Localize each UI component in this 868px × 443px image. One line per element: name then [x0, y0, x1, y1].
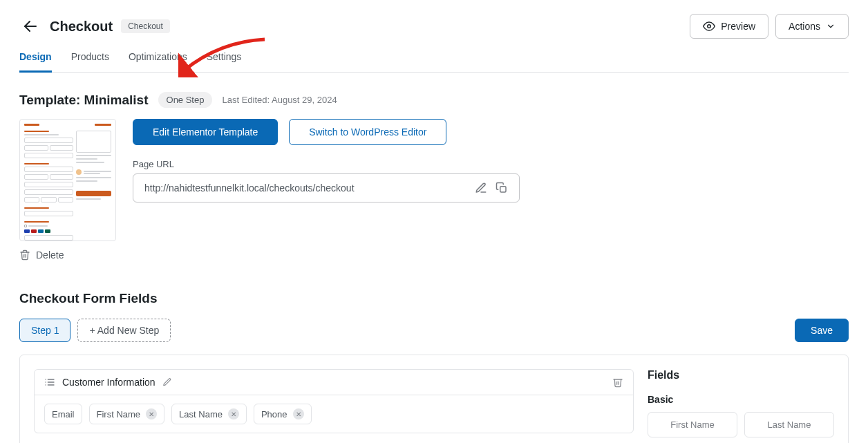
customer-info-title: Customer Information — [62, 377, 155, 388]
field-pill-last-name[interactable]: Last Name ✕ — [171, 404, 247, 424]
svg-point-1 — [708, 25, 711, 28]
save-button[interactable]: Save — [795, 319, 849, 342]
copy-icon — [496, 182, 508, 194]
available-field-last-name[interactable]: Last Name — [744, 412, 834, 437]
chevron-down-icon — [826, 21, 836, 31]
edit-section-button[interactable] — [162, 377, 172, 387]
template-delete-button[interactable]: Delete — [19, 249, 116, 261]
edit-url-button[interactable] — [471, 182, 491, 194]
page-url-label: Page URL — [133, 159, 520, 169]
preview-button[interactable]: Preview — [690, 14, 768, 39]
page-url-input[interactable] — [143, 182, 471, 194]
remove-field-button[interactable]: ✕ — [293, 408, 304, 420]
delete-section-button[interactable] — [612, 377, 623, 388]
back-button[interactable] — [19, 15, 41, 37]
page-type-chip: Checkout — [121, 19, 170, 33]
svg-rect-2 — [500, 187, 506, 192]
eye-icon — [703, 20, 715, 32]
add-step-button[interactable]: + Add New Step — [77, 319, 171, 342]
page-url-field-wrap — [133, 173, 520, 202]
step-1-tab[interactable]: Step 1 — [19, 319, 70, 342]
field-pill-email[interactable]: Email — [44, 404, 82, 424]
arrow-left-icon — [22, 18, 39, 35]
customer-info-section: Customer Information Email First Name ✕ — [34, 369, 634, 433]
field-pill-phone[interactable]: Phone ✕ — [254, 404, 312, 424]
field-pill-label: Last Name — [179, 409, 223, 420]
field-pill-label: First Name — [97, 409, 141, 420]
template-title: Template: Minimalist — [19, 93, 149, 108]
drag-handle[interactable] — [44, 377, 55, 388]
field-pill-label: Phone — [261, 409, 287, 420]
page-title: Checkout — [50, 19, 113, 35]
trash-icon — [612, 377, 623, 388]
tab-products[interactable]: Products — [71, 51, 109, 72]
actions-label: Actions — [789, 21, 820, 32]
trash-icon — [19, 249, 30, 261]
tabs: Design Products Optimizations Settings — [19, 51, 849, 73]
field-pill-label: Email — [52, 409, 75, 420]
tab-settings[interactable]: Settings — [207, 51, 242, 72]
pencil-icon — [162, 377, 172, 387]
fields-group-basic: Basic — [648, 394, 834, 405]
available-field-first-name[interactable]: First Name — [648, 412, 737, 437]
switch-editor-button[interactable]: Switch to WordPress Editor — [289, 119, 446, 145]
tab-design[interactable]: Design — [19, 51, 52, 73]
preview-label: Preview — [721, 21, 755, 32]
remove-field-button[interactable]: ✕ — [146, 408, 157, 420]
form-section-title: Checkout Form Fields — [19, 291, 849, 306]
edit-template-button[interactable]: Edit Elementor Template — [133, 119, 278, 145]
tab-optimizations[interactable]: Optimizations — [129, 51, 187, 72]
template-last-edited: Last Edited: August 29, 2024 — [222, 95, 337, 105]
copy-url-button[interactable] — [491, 182, 512, 194]
template-steps-chip: One Step — [158, 92, 213, 108]
template-thumbnail[interactable] — [19, 119, 116, 241]
template-delete-label: Delete — [36, 249, 64, 261]
fields-panel-heading: Fields — [648, 369, 834, 381]
list-icon — [44, 377, 55, 388]
actions-button[interactable]: Actions — [775, 14, 849, 39]
field-pill-first-name[interactable]: First Name ✕ — [89, 404, 165, 424]
remove-field-button[interactable]: ✕ — [228, 408, 239, 420]
pencil-icon — [475, 182, 487, 194]
